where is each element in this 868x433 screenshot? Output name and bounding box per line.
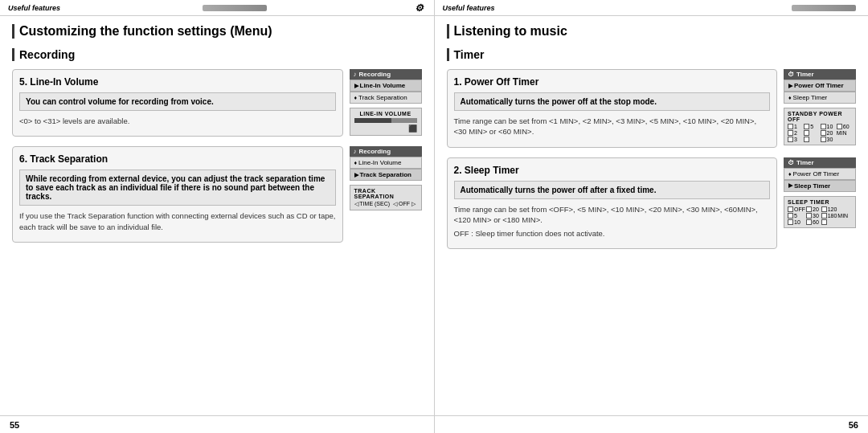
sleep-cell-9: 60 — [806, 219, 821, 225]
standby-cb-6 — [821, 130, 826, 136]
device-line-in-label: LINE-IN VOLUME — [354, 111, 417, 116]
left-panel: Customizing the function settings (Menu)… — [0, 16, 435, 415]
track-sep-row: ◁ TIME (SEC) ◁ OFF ▷ — [354, 201, 417, 207]
section-box-sleep: 2. Sleep Timer Automatically turns the p… — [447, 157, 778, 250]
track-sep-time: ◁ TIME (SEC) — [354, 201, 391, 207]
menu-item-track-sep-active[interactable]: ▶ Track Separation — [350, 169, 422, 181]
standby-cb-4 — [788, 130, 793, 136]
sleep-timer-highlight: Automatically turns the power off after … — [454, 181, 771, 199]
device-line-in-bar-inner — [354, 118, 392, 123]
device-line-in-bar — [354, 118, 417, 123]
device-line-in-icon: ⬛ — [354, 125, 417, 133]
top-bar-separator-right — [792, 5, 856, 11]
menu-item-power-off-active[interactable]: ▶ Power Off Timer — [784, 80, 856, 92]
menu-item-track-sep-1[interactable]: ♦ Track Separation — [350, 92, 422, 104]
line-in-number-title: 5. Line-In Volume — [19, 76, 336, 88]
menu-panel-timer-2: ⏱ Timer ♦ Power Off Timer ▶ Sleep Timer … — [784, 157, 856, 228]
standby-cell-4: 2 — [788, 130, 803, 136]
top-bar-left: Useful features ⚙ — [0, 0, 435, 15]
sleep-timer-box-title: SLEEP TIMER — [788, 199, 852, 205]
page-number-left: 55 — [0, 416, 434, 433]
standby-cb-5 — [804, 130, 809, 136]
standby-cb-0 — [788, 124, 793, 129]
sleep-cb-10 — [821, 219, 827, 225]
standby-cb-10 — [821, 137, 826, 142]
section-box-track-sep: 6. Track Separation While recording from… — [12, 146, 343, 243]
menu-item-line-in-volume-active[interactable]: ▶ Line-In Volume — [350, 80, 422, 92]
right-panel-section-title: Timer — [447, 48, 857, 61]
device-track-sep: TRACK SEPARATION ◁ TIME (SEC) ◁ OFF ▷ — [350, 185, 422, 210]
standby-cb-9 — [804, 137, 809, 142]
page-number-right: 56 — [434, 416, 869, 433]
menu-item-sleep-timer-active[interactable]: ▶ Sleep Timer — [784, 180, 856, 192]
power-off-number-title: 1. Power Off Timer — [454, 76, 771, 88]
standby-cell-0: 1 — [788, 124, 803, 129]
sleep-cb-1 — [806, 206, 812, 212]
sleep-cell-4: 5 — [788, 213, 805, 219]
page: Useful features ⚙ Useful features Custom… — [0, 0, 868, 433]
right-panel-main-title: Listening to music — [447, 24, 857, 39]
sleep-cell-0: OFF — [788, 206, 805, 212]
section-line-in-volume: 5. Line-In Volume You can control volume… — [12, 69, 422, 137]
menu-timer-title-2: ⏱ Timer — [784, 157, 856, 168]
power-off-highlight: Automatically turns the power off at the… — [454, 92, 771, 111]
track-sep-highlight: While recording from external device, yo… — [19, 170, 336, 206]
sleep-cb-2 — [821, 206, 827, 212]
top-bar-right: Useful features — [435, 0, 869, 15]
power-off-body: Time range can be set from <1 MIN>, <2 M… — [454, 116, 771, 137]
sleep-cell-5: 30 — [806, 213, 821, 219]
sleep-cell-1: 20 — [806, 206, 821, 212]
menu-item-sleep-timer-1[interactable]: ♦ Sleep Timer — [784, 92, 856, 104]
standby-cb-3 — [837, 124, 842, 129]
sleep-timer-box: SLEEP TIMER OFF 20 120 5 30 180 MIN 10 6… — [784, 196, 856, 228]
standby-cb-2 — [821, 124, 826, 129]
section-sleep-timer: 2. Sleep Timer Automatically turns the p… — [447, 157, 857, 250]
menu-recording-title-2: ♪ Recording — [350, 146, 422, 157]
sleep-cell-10 — [821, 219, 837, 225]
sleep-cell-7: MIN — [837, 213, 852, 219]
track-sep-device-label: TRACK SEPARATION — [354, 188, 417, 199]
bottom-bar: 55 56 — [0, 415, 868, 433]
top-bar-separator-left — [203, 5, 267, 11]
section-track-separation: 6. Track Separation While recording from… — [12, 146, 422, 243]
sleep-cb-5 — [806, 213, 812, 219]
gear-icon: ⚙ — [413, 2, 426, 14]
standby-title: STANDBY POWER OFF — [788, 111, 852, 122]
standby-cell-3: 60 — [837, 124, 852, 129]
track-sep-number-title: 6. Track Separation — [19, 153, 336, 165]
standby-cell-7: MIN — [837, 130, 852, 136]
track-sep-body: If you use the Track Separation function… — [19, 210, 336, 232]
line-in-highlight: You can control volume for recording fro… — [19, 92, 336, 111]
menu-item-line-in-volume-2[interactable]: ♦ Line-In Volume — [350, 157, 422, 169]
sleep-cell-6: 180 — [821, 213, 837, 219]
sleep-cb-8 — [788, 219, 793, 225]
sleep-timer-body1: Time range can be set from <OFF>, <5 MIN… — [454, 204, 771, 226]
sleep-timer-body2: OFF : Sleep timer function does not acti… — [454, 228, 771, 239]
sleep-cb-6 — [821, 213, 827, 219]
left-panel-section-title: Recording — [12, 48, 422, 61]
standby-cb-1 — [804, 124, 809, 129]
main-content: Customizing the function settings (Menu)… — [0, 16, 868, 415]
standby-cell-9 — [804, 137, 819, 142]
sleep-cell-2: 120 — [821, 206, 837, 212]
sleep-cell-8: 10 — [788, 219, 805, 225]
menu-item-power-off-2[interactable]: ♦ Power Off Timer — [784, 168, 856, 180]
sleep-cb-4 — [788, 213, 793, 219]
sleep-cell-3 — [837, 206, 852, 212]
sleep-cb-0 — [788, 206, 793, 212]
menu-recording-title-1: ♪ Recording — [350, 69, 422, 80]
section-box-power-off: 1. Power Off Timer Automatically turns t… — [447, 69, 778, 148]
standby-grid: 1 5 10 60 2 20 MIN 3 30 — [788, 124, 852, 142]
top-bar: Useful features ⚙ Useful features — [0, 0, 868, 16]
track-sep-off: ◁ OFF ▷ — [393, 201, 416, 207]
standby-cell-2: 10 — [821, 124, 836, 129]
section-box-line-in: 5. Line-In Volume You can control volume… — [12, 69, 343, 137]
sleep-timer-grid: OFF 20 120 5 30 180 MIN 10 60 — [788, 206, 852, 225]
useful-features-label-right: Useful features — [443, 4, 495, 12]
section-power-off-timer: 1. Power Off Timer Automatically turns t… — [447, 69, 857, 148]
menu-panel-recording-1: ♪ Recording ▶ Line-In Volume ♦ Track Sep… — [350, 69, 422, 136]
standby-cell-1: 5 — [804, 124, 819, 129]
menu-timer-title-1: ⏱ Timer — [784, 69, 856, 80]
useful-features-label-left: Useful features — [8, 4, 60, 12]
right-panel: Listening to music Timer 1. Power Off Ti… — [435, 16, 869, 415]
